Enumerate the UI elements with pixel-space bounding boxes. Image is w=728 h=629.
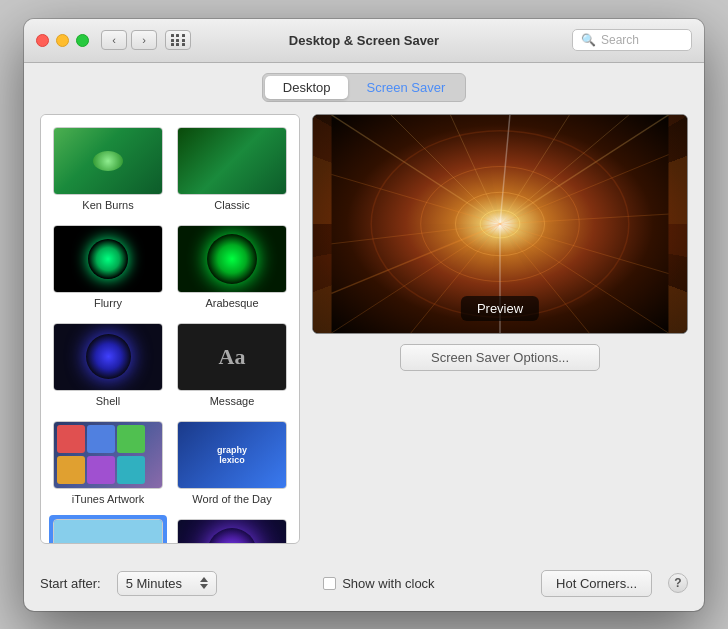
main-window: ‹ › Desktop & Screen Saver 🔍 Search Desk… (24, 19, 704, 611)
forward-button[interactable]: › (131, 30, 157, 50)
ss-label-shell: Shell (96, 395, 120, 407)
screensaver-list[interactable]: Ken Burns Classic Flurry (40, 114, 300, 544)
ss-label-kenburns: Ken Burns (82, 199, 133, 211)
bottom-bar: Start after: 5 Minutes Show with clock H… (24, 560, 704, 611)
start-after-label: Start after: (40, 576, 101, 591)
main-content: Ken Burns Classic Flurry (24, 114, 704, 560)
ss-label-arabesque: Arabesque (205, 297, 258, 309)
thumb-shell (53, 323, 163, 391)
clock-checkbox-area: Show with clock (233, 576, 525, 591)
ss-label-classic: Classic (214, 199, 249, 211)
screensaver-grid: Ken Burns Classic Flurry (41, 115, 299, 544)
list-item[interactable]: Random (173, 515, 291, 544)
show-clock-label: Show with clock (342, 576, 434, 591)
preview-area: Preview (312, 114, 688, 334)
hot-corners-button[interactable]: Hot Corners... (541, 570, 652, 597)
thumb-google (53, 519, 163, 544)
start-after-dropdown[interactable]: 5 Minutes (117, 571, 217, 596)
ss-label-word: Word of the Day (192, 493, 271, 505)
list-item[interactable]: graphylexico Word of the Day (173, 417, 291, 509)
list-item[interactable]: Shell (49, 319, 167, 411)
thumb-word: graphylexico (177, 421, 287, 489)
nav-buttons: ‹ › (101, 30, 191, 50)
search-placeholder: Search (601, 33, 639, 47)
thumb-itunes (53, 421, 163, 489)
minimize-button[interactable] (56, 34, 69, 47)
titlebar: ‹ › Desktop & Screen Saver 🔍 Search (24, 19, 704, 63)
preview-label[interactable]: Preview (461, 296, 539, 321)
thumb-classic (177, 127, 287, 195)
grid-icon (171, 34, 186, 46)
right-panel: Preview Screen Saver Options... (312, 114, 688, 544)
thumb-flurry (53, 225, 163, 293)
tab-screensaver[interactable]: Screen Saver (348, 76, 463, 99)
thumb-random (177, 519, 287, 544)
list-item[interactable]: Arabesque (173, 221, 291, 313)
list-item[interactable]: Google Featur... (49, 515, 167, 544)
list-item[interactable]: Aa Message (173, 319, 291, 411)
help-button[interactable]: ? (668, 573, 688, 593)
search-box[interactable]: 🔍 Search (572, 29, 692, 51)
grid-button[interactable] (165, 30, 191, 50)
list-item[interactable]: Classic (173, 123, 291, 215)
search-icon: 🔍 (581, 33, 596, 47)
list-item[interactable]: iTunes Artwork (49, 417, 167, 509)
ss-label-message: Message (210, 395, 255, 407)
tab-bar: Desktop Screen Saver (24, 63, 704, 114)
show-clock-checkbox[interactable] (323, 577, 336, 590)
maximize-button[interactable] (76, 34, 89, 47)
thumb-arabesque (177, 225, 287, 293)
close-button[interactable] (36, 34, 49, 47)
thumb-message: Aa (177, 323, 287, 391)
list-item[interactable]: Ken Burns (49, 123, 167, 215)
ss-label-itunes: iTunes Artwork (72, 493, 144, 505)
window-title: Desktop & Screen Saver (289, 33, 439, 48)
tabs-container: Desktop Screen Saver (262, 73, 466, 102)
back-button[interactable]: ‹ (101, 30, 127, 50)
traffic-lights (36, 34, 89, 47)
tab-desktop[interactable]: Desktop (265, 76, 349, 99)
dropdown-arrow-icon (200, 577, 208, 589)
ss-label-flurry: Flurry (94, 297, 122, 309)
start-after-value: 5 Minutes (126, 576, 182, 591)
thumb-kenburns (53, 127, 163, 195)
list-item[interactable]: Flurry (49, 221, 167, 313)
screen-saver-options-button[interactable]: Screen Saver Options... (400, 344, 600, 371)
